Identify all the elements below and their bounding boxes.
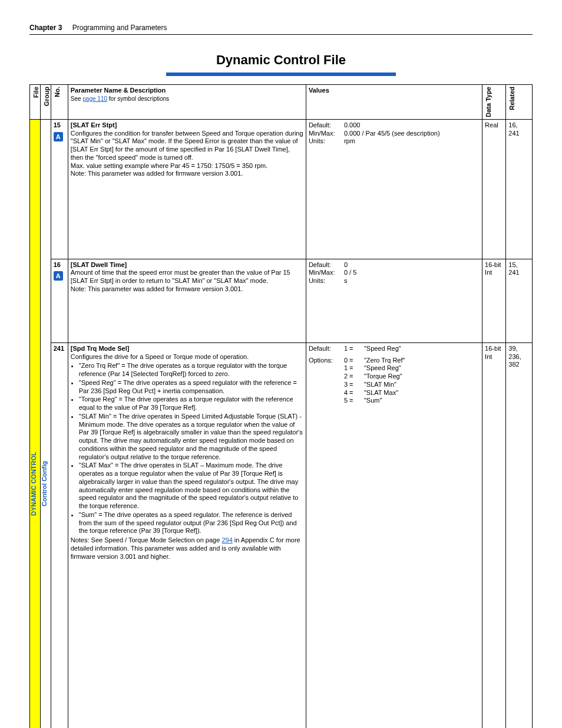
param-dtype: Real [482,119,506,259]
param-desc: [Spd Trq Mode Sel] Configures the drive … [68,342,306,728]
title-rule [166,73,396,76]
hdr-file: File [30,85,41,120]
param-related: 15, 241 [506,259,533,342]
hdr-dtype: Data Type [482,85,506,120]
param-related: 39, 236, 382 [506,342,533,728]
group-cell: Control Config [40,119,51,728]
page-294-link[interactable]: 294 [222,536,232,543]
hdr-group: Group [40,85,51,120]
param-values: Default:0 Min/Max:0 / 5 Units:s [306,259,482,342]
a-icon: A [54,271,63,281]
param-related: 16, 241 [506,119,533,259]
hdr-related: Related [506,85,533,120]
param-no: 241 [51,342,68,728]
parameter-table: File Group No. Parameter Name & Descript… [29,84,533,728]
param-desc: [SLAT Dwell Time] Amount of time that th… [68,259,306,342]
param-values: Default:0.000 Min/Max:0.000 / Par 45/5 (… [306,119,482,259]
param-dtype: 16-bit Int [482,259,506,342]
param-no: 16 A [51,259,68,342]
table-row: 241 [Spd Trq Mode Sel] Configures the dr… [30,342,533,728]
hdr-values: Values [306,85,482,120]
chapter-title: Programming and Parameters [72,24,167,32]
hdr-param: Parameter Name & Description See page 11… [68,85,306,120]
hdr-no: No. [51,85,68,120]
file-cell: DYNAMIC CONTROL [30,119,41,728]
chapter-header: Chapter 3 Programming and Parameters [29,24,533,35]
section-title: Dynamic Control File [29,52,533,68]
symbol-page-link[interactable]: page 110 [82,95,107,102]
table-row: DYNAMIC CONTROL Control Config 15 A [SLA… [30,119,533,259]
param-desc: [SLAT Err Stpt] Configures the condition… [68,119,306,259]
param-dtype: 16-bit Int [482,342,506,728]
a-icon: A [54,132,63,141]
param-values: Default: 1 ="Speed Reg" Options: 0 ="Zer… [306,342,482,728]
table-header-row: File Group No. Parameter Name & Descript… [30,85,533,120]
table-row: 16 A [SLAT Dwell Time] Amount of time th… [30,259,533,342]
chapter-label: Chapter 3 [29,24,62,32]
param-no: 15 A [51,119,68,259]
